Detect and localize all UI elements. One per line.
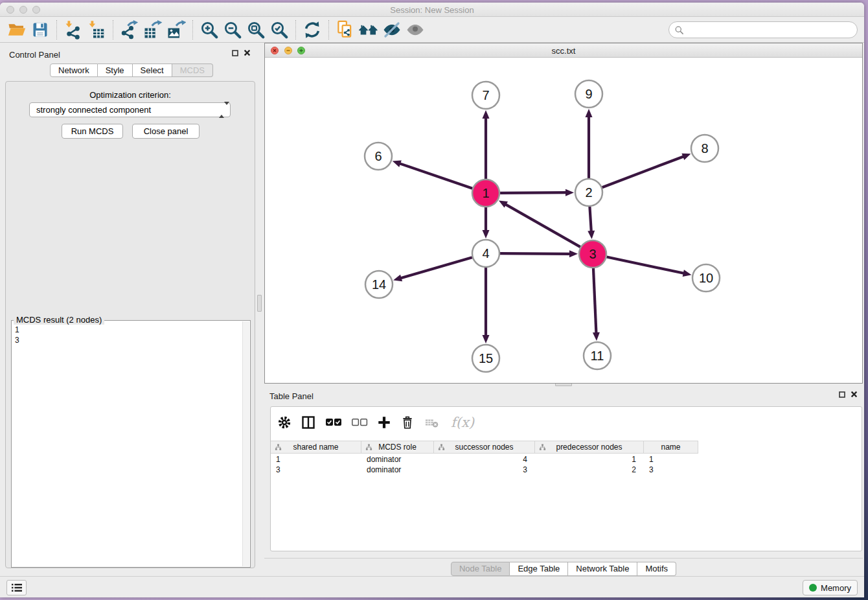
memory-button[interactable]: Memory	[803, 580, 858, 595]
tab-network-table[interactable]: Network Table	[568, 562, 637, 576]
import-table-button[interactable]	[85, 19, 108, 41]
gear-icon	[277, 415, 291, 430]
task-history-button[interactable]	[6, 580, 27, 595]
zoom-selected-button[interactable]	[268, 19, 291, 41]
status-bar: Memory	[0, 576, 864, 597]
hide-selected-button[interactable]	[380, 19, 404, 41]
mcds-result-line: 1	[15, 325, 19, 335]
float-panel-icon[interactable]	[232, 50, 238, 56]
arrowhead-icon	[565, 189, 574, 196]
import-network-icon	[63, 20, 83, 40]
float-table-panel-icon[interactable]	[839, 391, 845, 398]
application-window: Session: New Session	[0, 3, 864, 597]
table-cell[interactable]: 3	[644, 465, 698, 475]
column-header-label: shared name	[293, 443, 338, 452]
edge-1-6[interactable]	[400, 163, 472, 188]
column-header-shared-name[interactable]: shared name	[271, 441, 361, 454]
run-mcds-button[interactable]: Run MCDS	[62, 124, 123, 139]
home-icon	[358, 20, 379, 40]
column-header-label: name	[661, 443, 680, 452]
table-row[interactable]: 3dominator323	[271, 465, 862, 475]
table-cell[interactable]: 1	[535, 454, 644, 465]
duplicate-network-icon	[336, 20, 355, 40]
table-cell[interactable]: 3	[434, 465, 535, 475]
search-field[interactable]	[668, 21, 858, 38]
table-settings-button[interactable]	[277, 415, 291, 430]
control-panel-title: Control Panel	[9, 50, 60, 60]
tab-mcds[interactable]: MCDS	[172, 63, 213, 77]
edge-3-10[interactable]	[607, 257, 684, 273]
table-panel-tabs: Node TableEdge TableNetwork TableMotifs	[264, 562, 863, 576]
column-header-successor-nodes[interactable]: successor nodes	[434, 441, 535, 454]
function-builder-button[interactable]: f(x)	[451, 415, 474, 430]
table-cell[interactable]: 3	[271, 465, 361, 475]
edge-3-1[interactable]	[505, 204, 580, 247]
eye-slash-icon	[382, 20, 402, 40]
deselect-all-button[interactable]	[351, 417, 368, 428]
tab-style[interactable]: Style	[98, 63, 133, 77]
table-toolbar: f(x)	[277, 411, 474, 434]
network-graph-canvas[interactable]: 7968124314101511	[265, 58, 862, 384]
save-session-button[interactable]	[29, 19, 52, 41]
column-header-predecessor-nodes[interactable]: predecessor nodes	[535, 441, 644, 454]
open-session-button[interactable]	[5, 19, 29, 41]
vertical-splitter-handle[interactable]	[257, 295, 262, 312]
save-floppy-icon	[31, 21, 49, 39]
graph-node-label: 1	[482, 186, 489, 200]
mcds-result-lines: 1 3	[15, 325, 19, 345]
column-header-name[interactable]: name	[644, 441, 698, 454]
refresh-view-button[interactable]	[301, 19, 324, 41]
split-view-button[interactable]	[301, 415, 316, 430]
edge-2-3[interactable]	[589, 207, 591, 231]
export-table-button[interactable]	[141, 19, 165, 41]
zoom-fit-button[interactable]	[244, 19, 268, 41]
table-row[interactable]: 1dominator411	[271, 454, 862, 465]
control-panel-tabs: NetworkStyleSelectMCDS	[50, 63, 213, 77]
select-all-button[interactable]	[325, 417, 342, 428]
add-column-button[interactable]	[377, 415, 391, 430]
table-cell[interactable]: 1	[644, 454, 698, 465]
graph-node-label: 8	[701, 141, 708, 156]
table-cell[interactable]: dominator	[361, 465, 434, 475]
graph-node-label: 3	[589, 247, 596, 261]
export-image-button[interactable]	[165, 19, 188, 41]
table-cell[interactable]: dominator	[361, 454, 434, 465]
graph-node-label: 4	[482, 246, 489, 260]
search-input[interactable]	[684, 23, 857, 36]
close-panel-button[interactable]: Close panel	[132, 124, 200, 139]
tab-select[interactable]: Select	[133, 63, 172, 77]
network-view-window: scc.txt 7968124314101511	[264, 43, 863, 384]
tab-network[interactable]: Network	[50, 63, 98, 77]
tab-edge-table[interactable]: Edge Table	[510, 562, 568, 576]
delete-table-button[interactable]	[424, 415, 440, 430]
table-cell[interactable]: 4	[434, 454, 535, 465]
table-cell[interactable]: 2	[535, 465, 644, 475]
home-view-button[interactable]	[357, 19, 380, 41]
arrowhead-icon	[586, 109, 593, 117]
duplicate-network-button[interactable]	[334, 19, 357, 41]
edge-3-11[interactable]	[593, 268, 596, 333]
memory-status-icon	[809, 584, 817, 592]
unchecked-boxes-icon	[351, 417, 368, 428]
close-table-panel-icon[interactable]	[851, 391, 858, 398]
export-network-button[interactable]	[118, 19, 141, 41]
arrowhead-icon	[483, 230, 490, 238]
close-panel-icon[interactable]	[244, 49, 251, 56]
criterion-dropdown[interactable]: strongly connected component	[29, 102, 231, 117]
edge-2-8[interactable]	[602, 156, 684, 187]
delete-column-button[interactable]	[400, 415, 415, 430]
zoom-in-button[interactable]	[198, 19, 221, 41]
show-all-button[interactable]	[404, 19, 427, 41]
column-header-MCDS-role[interactable]: MCDS role	[361, 441, 434, 454]
table-cell[interactable]: 1	[271, 454, 361, 465]
zoom-out-button[interactable]	[221, 19, 244, 41]
tab-motifs[interactable]: Motifs	[637, 562, 676, 576]
result-scrollbar[interactable]	[242, 321, 249, 566]
edge-1-2[interactable]	[500, 192, 566, 193]
edge-4-3[interactable]	[500, 253, 570, 254]
tab-node-table[interactable]: Node Table	[451, 562, 510, 576]
import-network-button[interactable]	[62, 19, 85, 41]
control-panel: Control Panel NetworkStyleSelectMCDS Opt…	[5, 45, 256, 570]
import-table-icon	[87, 20, 106, 40]
edge-4-14[interactable]	[401, 257, 472, 278]
